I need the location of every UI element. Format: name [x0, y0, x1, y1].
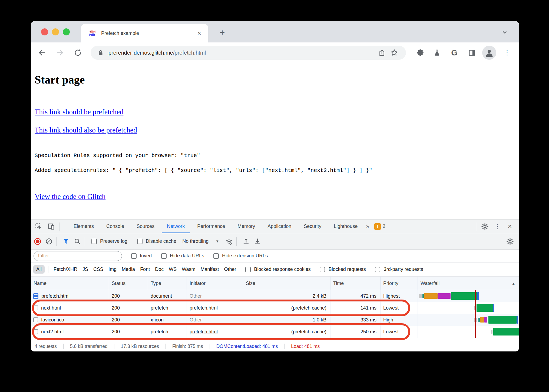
- tab-close-icon[interactable]: ×: [196, 29, 202, 37]
- checkbox-icon[interactable]: [137, 239, 143, 244]
- chip-img[interactable]: Img: [108, 267, 117, 272]
- tab-application[interactable]: Application: [261, 220, 297, 233]
- request-status: 200: [109, 302, 148, 314]
- prefetch-link-2[interactable]: This link should also be prefetched: [35, 126, 137, 134]
- network-conditions-icon[interactable]: [224, 237, 234, 246]
- table-row-next2-html[interactable]: next2.html 200 prefetch prefetch.html (p…: [31, 326, 519, 338]
- request-initiator-link[interactable]: prefetch.html: [187, 302, 243, 314]
- invert-checkbox[interactable]: Invert: [131, 253, 152, 259]
- filter-funnel-icon[interactable]: [61, 237, 71, 246]
- divider: [35, 182, 515, 182]
- chip-font[interactable]: Font: [140, 267, 150, 272]
- clear-network-log-icon[interactable]: [44, 237, 54, 246]
- tab-security[interactable]: Security: [297, 220, 328, 233]
- tab-strip: Prefetch example × +: [31, 21, 519, 42]
- share-button[interactable]: [376, 46, 388, 59]
- request-initiator-link[interactable]: prefetch.html: [187, 326, 243, 338]
- preserve-log-checkbox[interactable]: Preserve log: [91, 238, 127, 244]
- chip-manifest[interactable]: Manifest: [201, 267, 219, 272]
- profile-avatar[interactable]: [482, 46, 496, 60]
- column-header-type[interactable]: Type: [148, 277, 187, 290]
- speculation-rules-text: Added speculationrules: " { "prefetch": …: [35, 167, 515, 174]
- chip-wasm[interactable]: Wasm: [182, 267, 195, 272]
- new-tab-button[interactable]: +: [217, 27, 228, 38]
- browser-tab[interactable]: Prefetch example ×: [81, 24, 208, 42]
- export-har-icon[interactable]: [253, 237, 262, 246]
- column-header-waterfall[interactable]: Waterfall ▲: [418, 277, 519, 290]
- divider: [48, 266, 48, 273]
- prefetch-link-1[interactable]: This link should be prefetched: [35, 108, 123, 116]
- sort-ascending-icon[interactable]: ▲: [512, 281, 515, 285]
- column-header-status[interactable]: Status: [109, 277, 148, 290]
- import-har-icon[interactable]: [242, 237, 251, 246]
- back-button[interactable]: [37, 48, 47, 58]
- browser-menu-kebab-icon[interactable]: ⋮: [502, 48, 512, 58]
- address-bar[interactable]: prerender-demos.glitch.me/prefetch.html: [91, 46, 406, 60]
- chip-ws[interactable]: WS: [169, 267, 177, 272]
- column-header-size[interactable]: Size: [243, 277, 330, 290]
- tab-search-chevron-icon[interactable]: [501, 29, 508, 36]
- table-row-favicon-ico[interactable]: favicon.ico 200 x-icon Other 1.0 kB 333 …: [31, 314, 519, 326]
- blocked-response-cookies-checkbox[interactable]: Blocked response cookies: [245, 267, 311, 272]
- reload-button[interactable]: [73, 48, 83, 58]
- checkbox-icon[interactable]: [131, 253, 137, 259]
- disable-cache-checkbox[interactable]: Disable cache: [137, 238, 176, 244]
- chip-all[interactable]: All: [33, 265, 45, 274]
- checkbox-icon[interactable]: [245, 267, 251, 272]
- network-settings-gear-icon[interactable]: [505, 237, 515, 246]
- checkbox-icon[interactable]: [161, 253, 167, 259]
- search-icon[interactable]: [73, 237, 82, 246]
- inspect-element-icon[interactable]: [34, 222, 43, 231]
- tab-performance[interactable]: Performance: [191, 220, 231, 233]
- chip-js[interactable]: JS: [82, 267, 88, 272]
- column-header-time[interactable]: Time: [330, 277, 381, 290]
- checkbox-icon[interactable]: [320, 267, 325, 272]
- chip-fetch-xhr[interactable]: Fetch/XHR: [54, 267, 77, 272]
- column-header-name[interactable]: Name: [31, 277, 109, 290]
- column-header-priority[interactable]: Priority: [381, 277, 418, 290]
- record-network-log-button[interactable]: [33, 237, 42, 246]
- minimize-window-button[interactable]: [52, 28, 59, 35]
- forward-button[interactable]: [55, 48, 65, 58]
- browser-toolbar: prerender-demos.glitch.me/prefetch.html …: [31, 42, 519, 63]
- page-title: Start page: [35, 73, 515, 86]
- glitch-code-link[interactable]: View the code on Glitch: [35, 192, 105, 201]
- side-panel-icon[interactable]: [467, 48, 477, 58]
- chip-other[interactable]: Other: [224, 267, 236, 272]
- hide-data-urls-checkbox[interactable]: Hide data URLs: [161, 253, 204, 259]
- request-time: 472 ms: [330, 290, 381, 302]
- column-header-initiator[interactable]: Initiator: [187, 277, 243, 290]
- hide-extension-urls-checkbox[interactable]: Hide extension URLs: [213, 253, 268, 259]
- chip-css[interactable]: CSS: [93, 267, 103, 272]
- close-window-button[interactable]: [41, 28, 48, 35]
- third-party-requests-checkbox[interactable]: 3rd-party requests: [375, 267, 423, 272]
- devtools-menu-kebab-icon[interactable]: ⋮: [492, 222, 502, 231]
- zoom-window-button[interactable]: [63, 28, 70, 35]
- chip-media[interactable]: Media: [122, 267, 135, 272]
- device-toolbar-icon[interactable]: [47, 222, 56, 231]
- issues-badge[interactable]: ! 2: [374, 223, 385, 230]
- tab-memory[interactable]: Memory: [231, 220, 261, 233]
- checkbox-icon[interactable]: [213, 253, 219, 259]
- bookmark-star-icon[interactable]: [388, 46, 401, 59]
- tab-console[interactable]: Console: [100, 220, 130, 233]
- more-tabs-chevron-icon[interactable]: »: [366, 223, 369, 230]
- tab-sources[interactable]: Sources: [130, 220, 161, 233]
- checkbox-icon[interactable]: [375, 267, 380, 272]
- tab-lighthouse[interactable]: Lighthouse: [328, 220, 364, 233]
- throttling-dropdown[interactable]: No throttling ▼: [182, 238, 219, 244]
- blocked-requests-checkbox[interactable]: Blocked requests: [320, 267, 366, 272]
- devtools-close-icon[interactable]: ×: [505, 222, 515, 231]
- divider: [236, 237, 237, 246]
- tab-elements[interactable]: Elements: [67, 220, 100, 233]
- extensions-puzzle-icon[interactable]: [415, 48, 425, 58]
- devtools-settings-gear-icon[interactable]: [480, 222, 490, 231]
- chip-doc[interactable]: Doc: [155, 267, 164, 272]
- google-g-icon[interactable]: G: [449, 48, 459, 58]
- flask-icon[interactable]: [432, 48, 442, 58]
- checkbox-icon[interactable]: [91, 239, 97, 244]
- table-row-prefetch-html[interactable]: prefetch.html 200 document Other 2.4 kB …: [31, 290, 519, 302]
- filter-input[interactable]: [34, 251, 122, 261]
- tab-network[interactable]: Network: [161, 220, 191, 233]
- table-row-next-html[interactable]: next.html 200 prefetch prefetch.html (pr…: [31, 302, 519, 314]
